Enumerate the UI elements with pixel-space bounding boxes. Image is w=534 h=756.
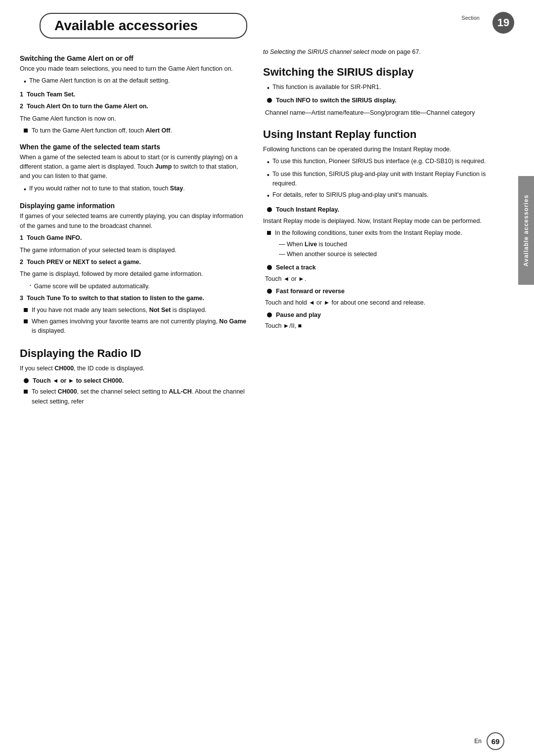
instant-replay-section: Using Instant Replay function Following … bbox=[263, 128, 490, 331]
game-info-displayed: The game information of your selected te… bbox=[20, 246, 247, 255]
when-game-starts-body: When a game of the selected team is abou… bbox=[20, 153, 247, 181]
no-game-bullet: When games involving your favorite teams… bbox=[24, 317, 247, 336]
displaying-game-info-heading: Displaying game information bbox=[20, 202, 247, 210]
footer-page-number: 69 bbox=[487, 732, 504, 750]
square-bullet-icon bbox=[24, 129, 28, 133]
right-column: to Selecting the SIRIUS channel select m… bbox=[263, 47, 490, 408]
bullet-dot-icon7: • bbox=[267, 191, 269, 202]
square-bullet-icon3 bbox=[24, 319, 28, 323]
instant-replay-conditions-bullet: In the following conditions, tuner exits… bbox=[267, 228, 490, 238]
displaying-game-info-body: If games of your selected teams are curr… bbox=[20, 212, 247, 231]
instant-replay-dash-bullets: — When Live is touched — When another so… bbox=[279, 239, 490, 259]
bullet-dot-icon2: • bbox=[24, 184, 26, 195]
another-source-dash-bullet: — When another source is selected bbox=[279, 249, 490, 259]
page-title-box: Available accessories bbox=[40, 13, 247, 39]
step2-touch-alert-on: 2 Touch Alert On to turn the Game Alert … bbox=[20, 102, 247, 111]
sirius-plug-play-bullet: • To use this function, SIRIUS plug-and-… bbox=[267, 170, 490, 189]
game-displayd-body: The game is displayd, followed by more d… bbox=[20, 269, 247, 279]
switching-sirius-heading: Switching the SIRIUS display bbox=[263, 66, 490, 79]
stay-bullet: • If you would rather not to tune to tha… bbox=[24, 184, 247, 195]
side-tab: Available accessories bbox=[518, 176, 534, 285]
bullet-dot-icon3: • bbox=[30, 282, 31, 288]
instant-replay-heading: Using Instant Replay function bbox=[263, 128, 490, 141]
footer-lang: En bbox=[474, 738, 482, 745]
touch-select-ch000-bullet: Touch ◄ or ► to select CH000. bbox=[24, 376, 247, 386]
radio-id-body: If you select CH000, the ID code is disp… bbox=[20, 364, 247, 373]
sirius-available-bullet: • This function is available for SIR-PNR… bbox=[267, 83, 490, 94]
page: Section 19 Available accessories Availab… bbox=[0, 8, 534, 756]
select-track-bullet: Select a track bbox=[267, 263, 490, 272]
fast-forward-bullet: Fast forward or reverse bbox=[267, 287, 490, 296]
when-game-starts-heading: When the game of the selected team start… bbox=[20, 143, 247, 151]
touch-info-bullet: Touch INFO to switch the SIRIUS display. bbox=[267, 96, 490, 105]
displaying-radio-id-heading: Displaying the Radio ID bbox=[20, 347, 247, 360]
displaying-radio-id-section: Displaying the Radio ID If you select CH… bbox=[20, 347, 247, 407]
square-bullet-icon2 bbox=[24, 308, 28, 312]
step3-touch-tune-to: 3 Touch Tune To to switch to that statio… bbox=[20, 294, 247, 303]
game-alert-default-bullet: • The Game Alert function is on at the d… bbox=[24, 76, 247, 88]
pioneer-sirius-bus-bullet: • To use this function, Pioneer SIRIUS b… bbox=[267, 157, 490, 168]
square-bullet-icon4 bbox=[24, 390, 28, 394]
circle-bullet-icon5 bbox=[267, 289, 272, 294]
sirius-manuals-bullet: • For details, refer to SIRIUS plug-and-… bbox=[267, 190, 490, 202]
circle-bullet-icon3 bbox=[267, 207, 272, 212]
instant-replay-mode-body: Instant Replay mode is deiplayed. Now, I… bbox=[263, 217, 490, 226]
bullet-dot-icon4: • bbox=[267, 83, 269, 94]
bullet-dot-icon6: • bbox=[267, 170, 269, 181]
fast-forward-body: Touch and hold ◄ or ► for about one seco… bbox=[265, 298, 490, 308]
circle-bullet-icon2 bbox=[267, 98, 272, 103]
ref-text: to Selecting the SIRIUS channel select m… bbox=[263, 47, 490, 57]
step1-touch-team-set: 1 Touch Team Set. bbox=[20, 90, 247, 99]
sirius-display-channels: Channel name—Artist name/feature—Song/pr… bbox=[265, 108, 490, 118]
switching-game-alert-heading: Switching the Game Alert on or off bbox=[20, 54, 247, 62]
circle-bullet-icon bbox=[24, 378, 29, 383]
pause-play-body: Touch ►/II, ■ bbox=[265, 321, 490, 331]
pause-play-bullet: Pause and play bbox=[267, 311, 490, 320]
step2-touch-prev-next: 2 Touch PREV or NEXT to select a game. bbox=[20, 258, 247, 267]
left-column: Switching the Game Alert on or off Once … bbox=[20, 47, 247, 408]
ch000-allch-bullet: To select CH000, set the channel select … bbox=[24, 387, 247, 406]
select-track-body: Touch ◄ or ►. bbox=[265, 274, 490, 284]
square-bullet-icon5 bbox=[267, 231, 271, 235]
when-game-starts-section: When the game of the selected team start… bbox=[20, 143, 247, 195]
circle-bullet-icon4 bbox=[267, 265, 272, 270]
bullet-dot-icon: • bbox=[24, 77, 26, 88]
alert-off-bullet: To turn the Game Alert function off, tou… bbox=[24, 126, 247, 135]
step1-touch-game-info: 1 Touch Game INFO. bbox=[20, 233, 247, 243]
game-alert-now-on: The Game Alert function is now on. bbox=[20, 114, 247, 124]
switching-game-alert-intro: Once you made team selections, you need … bbox=[20, 64, 247, 74]
page-title: Available accessories bbox=[54, 18, 232, 34]
instant-replay-intro: Following functions can be operated duri… bbox=[263, 145, 490, 154]
section-label: Section bbox=[461, 15, 480, 21]
switching-sirius-section: Switching the SIRIUS display • This func… bbox=[263, 66, 490, 118]
circle-bullet-icon6 bbox=[267, 312, 272, 317]
displaying-game-info-section: Displaying game information If games of … bbox=[20, 202, 247, 336]
footer: En 69 bbox=[474, 732, 504, 750]
section-number-badge: 19 bbox=[492, 12, 514, 34]
bullet-dot-icon5: • bbox=[267, 157, 269, 168]
live-dash-bullet: — When Live is touched bbox=[279, 239, 490, 249]
game-score-bullet: • Game score will be updated automatical… bbox=[30, 282, 247, 291]
switching-game-alert-section: Switching the Game Alert on or off Once … bbox=[20, 54, 247, 136]
not-set-bullet: If you have not made any team selections… bbox=[24, 306, 247, 315]
touch-instant-replay-bullet: Touch Instant Replay. bbox=[267, 205, 490, 215]
